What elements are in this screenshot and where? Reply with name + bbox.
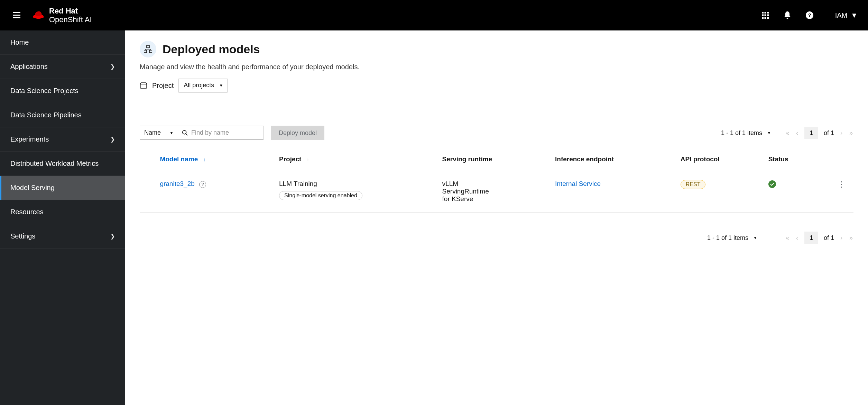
search-input[interactable] bbox=[191, 129, 259, 136]
next-page-button[interactable]: › bbox=[840, 128, 843, 138]
user-menu[interactable]: IAM ▼ bbox=[835, 11, 858, 19]
caret-down-icon: ▼ bbox=[219, 83, 223, 88]
items-count-text: 1 - 1 of 1 items bbox=[721, 129, 762, 137]
project-label: Project bbox=[152, 82, 174, 90]
sidebar-item-label: Home bbox=[10, 38, 29, 46]
redhat-fedora-icon bbox=[32, 11, 45, 20]
svg-rect-2 bbox=[13, 17, 20, 18]
project-selector-row: Project All projects ▼ bbox=[140, 79, 853, 92]
sidebar-item-label: Experiments bbox=[10, 135, 49, 143]
svg-line-19 bbox=[186, 134, 187, 135]
svg-rect-0 bbox=[13, 12, 20, 13]
search-icon bbox=[182, 130, 188, 136]
nav-toggle-button[interactable] bbox=[8, 7, 25, 24]
deploy-model-button[interactable]: Deploy model bbox=[271, 126, 324, 140]
chevron-right-icon: ❯ bbox=[110, 136, 115, 143]
items-per-page-toggle[interactable]: ▼ bbox=[767, 130, 771, 135]
topbar-actions: ? IAM ▼ bbox=[760, 10, 858, 20]
items-count-text: 1 - 1 of 1 items bbox=[707, 234, 748, 242]
first-page-button[interactable]: « bbox=[785, 233, 790, 243]
col-project[interactable]: Project ↕ bbox=[278, 149, 441, 170]
search-box[interactable] bbox=[178, 126, 264, 140]
sort-icon: ↕ bbox=[307, 157, 309, 162]
project-select-value: All projects bbox=[184, 82, 214, 89]
last-page-button[interactable]: » bbox=[849, 233, 853, 243]
col-serving-runtime: Serving runtime bbox=[441, 149, 554, 170]
svg-rect-1 bbox=[13, 15, 20, 16]
project-icon bbox=[140, 82, 147, 89]
brand-logo[interactable]: Red Hat OpenShift AI bbox=[32, 7, 92, 24]
sidebar-item-model-serving[interactable]: Model Serving bbox=[0, 176, 125, 200]
table-row: granite3_2b ? LLM Training Single-model … bbox=[140, 170, 853, 213]
page-of-label: of 1 bbox=[824, 234, 834, 242]
notifications-button[interactable] bbox=[783, 10, 792, 20]
brand-text: Red Hat OpenShift AI bbox=[49, 7, 92, 24]
svg-rect-16 bbox=[144, 50, 147, 53]
row-actions-kebab[interactable]: ⋮ bbox=[835, 180, 848, 189]
next-page-button[interactable]: › bbox=[840, 233, 843, 243]
first-page-button[interactable]: « bbox=[785, 128, 790, 138]
page-icon bbox=[140, 41, 156, 57]
sidebar-item-settings[interactable]: Settings ❯ bbox=[0, 224, 125, 249]
sidebar-item-label: Distributed Workload Metrics bbox=[10, 160, 99, 168]
page-of-label: of 1 bbox=[824, 129, 834, 137]
caret-down-icon: ▼ bbox=[169, 130, 174, 135]
serving-mode-badge: Single-model serving enabled bbox=[279, 191, 362, 200]
items-per-page-toggle[interactable]: ▼ bbox=[753, 235, 757, 240]
app-launcher-button[interactable] bbox=[760, 10, 770, 20]
sidebar-item-applications[interactable]: Applications ❯ bbox=[0, 55, 125, 79]
sidebar-item-home[interactable]: Home bbox=[0, 30, 125, 55]
page-number-input[interactable] bbox=[804, 232, 818, 244]
serving-runtime-value: vLLM ServingRuntime for KServe bbox=[442, 180, 498, 203]
table-toolbar: Name ▼ Deploy model 1 - 1 of 1 items ▼ «… bbox=[140, 126, 853, 140]
sidebar-item-label: Data Science Projects bbox=[10, 87, 79, 95]
prev-page-button[interactable]: ‹ bbox=[795, 233, 799, 243]
page-description: Manage and view the health and performan… bbox=[140, 63, 853, 71]
items-count: 1 - 1 of 1 items ▼ bbox=[707, 234, 757, 242]
svg-rect-4 bbox=[762, 12, 764, 14]
status-ok-icon bbox=[768, 180, 776, 188]
sidebar-item-distributed-workload-metrics[interactable]: Distributed Workload Metrics bbox=[0, 152, 125, 176]
hamburger-icon bbox=[13, 12, 20, 18]
col-inference-endpoint: Inference endpoint bbox=[554, 149, 679, 170]
svg-rect-5 bbox=[764, 12, 766, 14]
model-help-icon[interactable]: ? bbox=[199, 181, 206, 188]
sidebar-item-experiments[interactable]: Experiments ❯ bbox=[0, 127, 125, 152]
sidebar-item-label: Data Science Pipelines bbox=[10, 111, 82, 119]
help-button[interactable]: ? bbox=[805, 10, 814, 20]
svg-rect-11 bbox=[764, 17, 766, 19]
svg-rect-7 bbox=[762, 15, 764, 16]
svg-rect-17 bbox=[149, 50, 152, 53]
inference-endpoint-link[interactable]: Internal Service bbox=[555, 180, 601, 187]
topbar: Red Hat OpenShift AI ? IAM ▼ bbox=[0, 0, 868, 30]
last-page-button[interactable]: » bbox=[849, 128, 853, 138]
filter-field-select[interactable]: Name ▼ bbox=[140, 126, 178, 140]
sidebar-item-label: Resources bbox=[10, 208, 44, 216]
bell-icon bbox=[784, 11, 791, 19]
col-status: Status bbox=[767, 149, 817, 170]
svg-rect-15 bbox=[147, 45, 149, 48]
col-model-name[interactable]: Model name ↑ bbox=[158, 149, 278, 170]
brand-name-bottom: OpenShift AI bbox=[49, 15, 92, 24]
sidebar-item-label: Applications bbox=[10, 63, 48, 71]
sidebar-item-resources[interactable]: Resources bbox=[0, 200, 125, 224]
sidebar: Home Applications ❯ Data Science Project… bbox=[0, 30, 125, 405]
sort-asc-icon: ↑ bbox=[203, 157, 206, 162]
sidebar-item-data-science-projects[interactable]: Data Science Projects bbox=[0, 79, 125, 103]
page-number-input[interactable] bbox=[804, 127, 818, 139]
chevron-right-icon: ❯ bbox=[110, 233, 115, 240]
project-name: LLM Training bbox=[279, 180, 435, 188]
grid-icon bbox=[762, 12, 769, 19]
svg-rect-9 bbox=[767, 15, 769, 16]
svg-rect-10 bbox=[762, 17, 764, 19]
page-header: Deployed models bbox=[140, 41, 853, 57]
model-name-link[interactable]: granite3_2b bbox=[160, 180, 194, 187]
col-api-protocol: API protocol bbox=[679, 149, 767, 170]
svg-text:?: ? bbox=[808, 12, 811, 18]
project-select[interactable]: All projects ▼ bbox=[178, 79, 228, 92]
prev-page-button[interactable]: ‹ bbox=[795, 128, 799, 138]
main-content: Deployed models Manage and view the heal… bbox=[125, 30, 868, 405]
topology-icon bbox=[144, 45, 152, 53]
sidebar-item-data-science-pipelines[interactable]: Data Science Pipelines bbox=[0, 103, 125, 127]
page-title: Deployed models bbox=[163, 43, 260, 56]
